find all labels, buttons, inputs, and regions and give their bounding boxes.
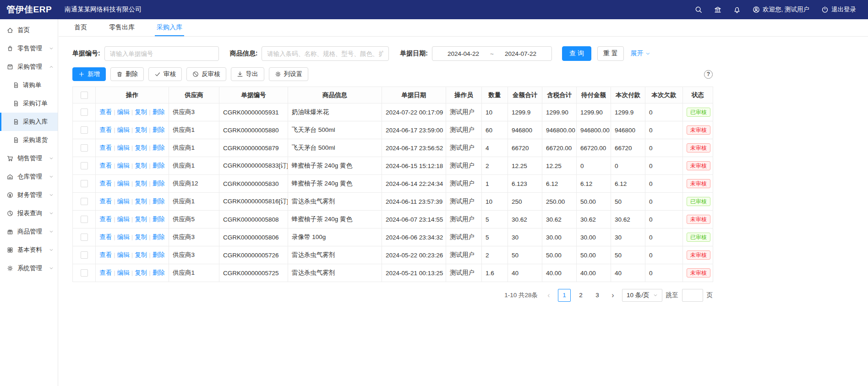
bank-icon[interactable] bbox=[714, 6, 721, 13]
bill-no-input[interactable] bbox=[104, 46, 219, 61]
page-size-select[interactable]: 10 条/页 bbox=[622, 289, 662, 302]
delete-button[interactable]: 删除 bbox=[110, 67, 144, 81]
row-action-copy[interactable]: 复制 bbox=[135, 198, 147, 205]
sidebar-item-system[interactable]: 系统管理 bbox=[0, 259, 58, 277]
row-action-edit[interactable]: 编辑 bbox=[117, 144, 130, 151]
column-settings-button[interactable]: 列设置 bbox=[269, 67, 309, 81]
row-checkbox[interactable] bbox=[81, 251, 88, 259]
row-action-delete[interactable]: 删除 bbox=[153, 198, 165, 205]
sidebar-item-basic-data[interactable]: 基本资料 bbox=[0, 241, 58, 259]
audit-button[interactable]: 审核 bbox=[148, 67, 182, 81]
row-action-view[interactable]: 查看 bbox=[99, 162, 112, 169]
notifications-bell-icon[interactable] bbox=[733, 6, 741, 13]
row-checkbox[interactable] bbox=[81, 180, 88, 187]
user-menu[interactable]: 欢迎您, 测试用户 bbox=[753, 5, 809, 14]
row-action-delete[interactable]: 删除 bbox=[153, 162, 165, 169]
row-checkbox[interactable] bbox=[81, 198, 88, 205]
select-all-checkbox[interactable] bbox=[81, 92, 88, 99]
row-action-edit[interactable]: 编辑 bbox=[117, 126, 130, 133]
row-action-copy[interactable]: 复制 bbox=[135, 162, 147, 169]
sidebar-item-retail[interactable]: 零售管理 bbox=[0, 39, 58, 58]
row-action-delete[interactable]: 删除 bbox=[153, 109, 165, 115]
row-action-delete[interactable]: 删除 bbox=[153, 251, 165, 258]
row-action-edit[interactable]: 编辑 bbox=[117, 251, 130, 258]
row-action-edit[interactable]: 编辑 bbox=[117, 162, 130, 169]
prev-page-button[interactable]: ‹ bbox=[543, 289, 554, 302]
page-button-3[interactable]: 3 bbox=[591, 289, 604, 302]
row-action-delete[interactable]: 删除 bbox=[153, 144, 165, 151]
product-info-input[interactable] bbox=[262, 46, 389, 61]
row-checkbox[interactable] bbox=[81, 109, 88, 116]
row-action-copy[interactable]: 复制 bbox=[135, 109, 147, 115]
cell-product: 雷达杀虫气雾剂 bbox=[288, 246, 382, 264]
row-action-delete[interactable]: 删除 bbox=[153, 269, 165, 276]
sidebar-item-purchase[interactable]: 采购管理 bbox=[0, 58, 58, 76]
plus-icon bbox=[78, 71, 85, 77]
row-action-copy[interactable]: 复制 bbox=[135, 180, 147, 187]
date-end-value[interactable]: 2024-07-22 bbox=[505, 50, 536, 57]
date-start-value[interactable]: 2024-04-22 bbox=[448, 50, 479, 57]
row-action-edit[interactable]: 编辑 bbox=[117, 198, 130, 205]
row-action-edit[interactable]: 编辑 bbox=[117, 269, 130, 276]
row-action-copy[interactable]: 复制 bbox=[135, 216, 147, 223]
row-action-edit[interactable]: 编辑 bbox=[117, 234, 130, 240]
add-button[interactable]: 新增 bbox=[72, 67, 106, 81]
row-action-copy[interactable]: 复制 bbox=[135, 126, 147, 133]
sidebar-item-purchase-return[interactable]: 采购退货 bbox=[0, 131, 58, 149]
sidebar-item-label: 采购管理 bbox=[17, 63, 42, 71]
row-action-edit[interactable]: 编辑 bbox=[117, 216, 130, 223]
row-action-view[interactable]: 查看 bbox=[99, 109, 112, 115]
row-action-copy[interactable]: 复制 bbox=[135, 144, 147, 151]
sidebar-item-reports[interactable]: 报表查询 bbox=[0, 204, 58, 223]
sidebar-item-sales[interactable]: 销售管理 bbox=[0, 149, 58, 168]
date-range-picker[interactable]: 2024-04-22 ~ 2024-07-22 bbox=[432, 46, 552, 61]
row-action-edit[interactable]: 编辑 bbox=[117, 180, 130, 187]
unaudit-button[interactable]: 反审核 bbox=[186, 67, 226, 81]
row-action-view[interactable]: 查看 bbox=[99, 216, 112, 223]
tab-retail-out[interactable]: 零售出库 bbox=[107, 19, 136, 36]
row-action-copy[interactable]: 复制 bbox=[135, 269, 147, 276]
sidebar-item-purchase-in[interactable]: 采购入库 bbox=[0, 113, 58, 131]
row-checkbox[interactable] bbox=[81, 269, 88, 277]
row-action-edit[interactable]: 编辑 bbox=[117, 109, 130, 115]
row-action-view[interactable]: 查看 bbox=[99, 269, 112, 276]
row-action-view[interactable]: 查看 bbox=[99, 234, 112, 240]
sidebar-item-goods[interactable]: 商品管理 bbox=[0, 223, 58, 241]
row-action-copy[interactable]: 复制 bbox=[135, 234, 147, 240]
sidebar-item-warehouse[interactable]: 仓库管理 bbox=[0, 168, 58, 186]
row-action-view[interactable]: 查看 bbox=[99, 251, 112, 258]
row-action-copy[interactable]: 复制 bbox=[135, 251, 147, 258]
row-checkbox[interactable] bbox=[81, 126, 88, 134]
sidebar-item-purchase-order[interactable]: 采购订单 bbox=[0, 94, 58, 113]
row-checkbox[interactable] bbox=[81, 216, 88, 223]
next-page-button[interactable]: › bbox=[607, 289, 618, 302]
row-checkbox[interactable] bbox=[81, 144, 88, 152]
sidebar-item-purchase-request[interactable]: 请购单 bbox=[0, 76, 58, 94]
sidebar-item-finance[interactable]: 财务管理 bbox=[0, 186, 58, 204]
help-icon[interactable]: ? bbox=[704, 70, 713, 79]
search-icon[interactable] bbox=[695, 6, 702, 13]
row-checkbox[interactable] bbox=[81, 234, 88, 241]
row-action-view[interactable]: 查看 bbox=[99, 144, 112, 151]
export-button[interactable]: 导出 bbox=[231, 67, 264, 81]
tab-home[interactable]: 首页 bbox=[72, 19, 89, 36]
cell-debt: 0 bbox=[645, 103, 683, 121]
row-action-view[interactable]: 查看 bbox=[99, 180, 112, 187]
reset-button[interactable]: 重 置 bbox=[597, 46, 624, 61]
search-button[interactable]: 查 询 bbox=[562, 46, 591, 61]
row-checkbox[interactable] bbox=[81, 162, 88, 169]
page-button-2[interactable]: 2 bbox=[574, 289, 587, 302]
page-button-1[interactable]: 1 bbox=[558, 289, 571, 302]
row-action-delete[interactable]: 删除 bbox=[153, 216, 165, 223]
sidebar-item-home[interactable]: 首页 bbox=[0, 21, 58, 39]
row-action-delete[interactable]: 删除 bbox=[153, 234, 165, 240]
jump-page-input[interactable] bbox=[682, 289, 703, 302]
action-divider: | bbox=[114, 269, 115, 276]
expand-link[interactable]: 展开 bbox=[631, 49, 650, 58]
row-action-view[interactable]: 查看 bbox=[99, 198, 112, 205]
logout-button[interactable]: 退出登录 bbox=[821, 5, 856, 14]
row-action-view[interactable]: 查看 bbox=[99, 126, 112, 133]
row-action-delete[interactable]: 删除 bbox=[153, 126, 165, 133]
row-action-delete[interactable]: 删除 bbox=[153, 180, 165, 187]
tab-purchase-in[interactable]: 采购入库 bbox=[155, 19, 184, 36]
